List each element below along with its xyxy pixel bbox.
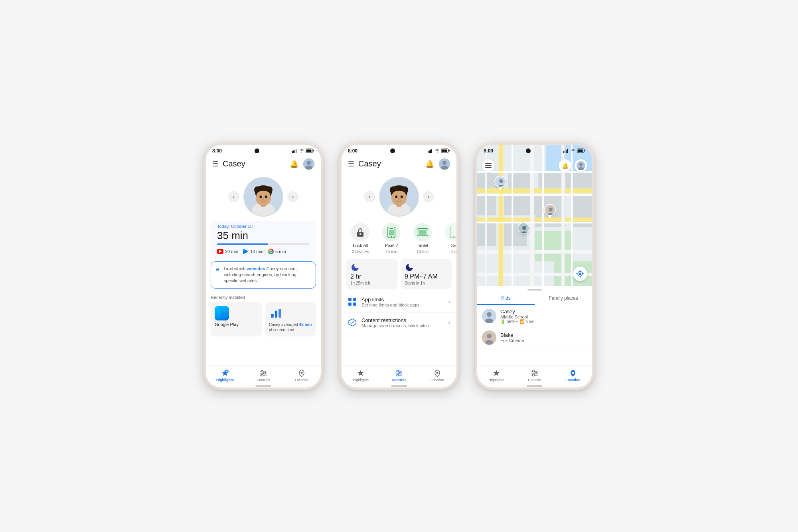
chrome-icon [268, 249, 274, 254]
location-icon-3 [569, 369, 577, 377]
content-restrictions-item[interactable]: Content restrictions Manage search resul… [342, 312, 456, 333]
svg-point-34 [264, 372, 266, 374]
map-pin-1[interactable] [494, 176, 506, 190]
nav-location-1[interactable]: Location [282, 369, 321, 382]
svg-rect-117 [485, 165, 492, 166]
bottom-nav-1: Highlights Controls [206, 366, 321, 384]
website-limit-card[interactable]: Limit which websites Casey can use, incl… [211, 261, 316, 289]
svg-rect-29 [279, 309, 281, 318]
nav-controls-2[interactable]: Controls [380, 369, 418, 382]
menu-icon-2[interactable]: ☰ [348, 160, 354, 168]
nav-controls-label-1: Controls [257, 378, 270, 382]
svg-point-149 [572, 372, 574, 374]
next-arrow-2[interactable]: › [423, 191, 434, 202]
websites-link[interactable]: websites [247, 266, 265, 271]
nav-location-2[interactable]: Location [418, 369, 456, 382]
device-tablet[interactable]: Tablet 10 min [409, 223, 437, 254]
device-se[interactable]: Se 4 d [440, 223, 456, 254]
app-limits-item[interactable]: App limits Set time limits and block app… [342, 292, 456, 312]
bell-icon-2[interactable]: 🔔 [425, 160, 434, 168]
status-icons-2 [428, 148, 450, 153]
svg-point-142 [485, 340, 493, 345]
map-pin-3[interactable] [518, 222, 529, 237]
map-pin-2[interactable] [544, 204, 556, 219]
svg-rect-72 [348, 303, 352, 306]
device-pixel7[interactable]: Pixel 7 25 min [377, 223, 405, 254]
hamburger-icon-3 [485, 163, 492, 168]
svg-point-19 [265, 195, 267, 198]
nav-location-label-3: Location [565, 378, 581, 382]
svg-point-69 [453, 236, 454, 237]
nav-controls-1[interactable]: Controls [244, 369, 282, 382]
svg-rect-0 [292, 151, 293, 153]
google-play-card[interactable]: Google Play [211, 302, 262, 336]
bottom-nav-2: Highlights Controls [342, 366, 456, 384]
status-icons-1 [292, 148, 314, 153]
content-restrictions-text: Content restrictions Manage search resul… [361, 317, 443, 328]
svg-marker-21 [243, 249, 249, 254]
app-limits-text: App limits Set time limits and block app… [361, 297, 443, 307]
screen-time-card[interactable]: 2 hr 1h 25m left [346, 259, 397, 289]
svg-point-18 [259, 195, 262, 198]
tab-kids[interactable]: Kids [477, 292, 535, 305]
casey-avatar [482, 309, 496, 323]
nav-highlights-3[interactable]: Highlights [477, 369, 516, 382]
svg-rect-87 [585, 150, 585, 152]
device-lock-all[interactable]: Lock all 2 devices [346, 223, 374, 254]
svg-point-75 [397, 370, 399, 372]
casey-status: 🔋 56% • 📶 Now [500, 319, 534, 324]
lock-all-name: Lock all [353, 243, 367, 248]
svg-point-148 [533, 374, 535, 376]
content-restrictions-sub: Manage search results, block sites [361, 323, 443, 328]
prev-arrow-1[interactable]: ‹ [228, 191, 239, 202]
svg-rect-66 [419, 230, 427, 235]
svg-rect-68 [450, 227, 456, 238]
svg-point-123 [499, 179, 503, 183]
camera-notch-1 [255, 148, 259, 153]
nav-highlights-1[interactable]: Highlights [206, 369, 244, 382]
screen-time-main: 2 hr [350, 273, 393, 280]
progress-bar-fill [217, 243, 268, 245]
chrome-time: 5 min [275, 249, 286, 254]
progress-bar-bg [217, 243, 310, 245]
bell-icon-1[interactable]: 🔔 [290, 160, 298, 168]
nav-highlights-2[interactable]: Highlights [342, 369, 380, 382]
nav-controls-3[interactable]: Controls [516, 369, 554, 382]
location-button[interactable] [573, 267, 587, 281]
wifi-icon-3 [571, 148, 575, 153]
avatar-2[interactable] [439, 158, 450, 170]
content-restrictions-icon [348, 318, 357, 327]
stats-card[interactable]: Casey averaged 45 min of screen time [265, 302, 316, 336]
svg-rect-84 [567, 149, 568, 153]
svg-point-138 [487, 312, 492, 317]
screen-time-number: 35 min [217, 229, 310, 242]
menu-icon-1[interactable]: ☰ [212, 160, 219, 168]
casey-place: Middle School [500, 314, 534, 319]
stats-icon [269, 306, 283, 320]
pixel7-name: Pixel 7 [385, 243, 398, 248]
highlights-icon-3 [492, 369, 500, 377]
map-menu-btn[interactable] [482, 159, 495, 172]
tab-family-places[interactable]: Family places [535, 292, 592, 305]
nav-highlights-label-1: Highlights [216, 378, 234, 382]
person-blake[interactable]: Blake Fox Cinema [477, 327, 592, 348]
avatar-1[interactable] [303, 158, 314, 170]
nav-location-3[interactable]: Location [554, 369, 592, 382]
map-area[interactable]: 🔔 [477, 145, 592, 286]
bedtime-card[interactable]: 9 PM–7 AM Starts in 1h [401, 259, 452, 289]
prev-arrow-2[interactable]: ‹ [364, 191, 375, 202]
status-bar-3: 8:00 [477, 145, 592, 155]
next-arrow-1[interactable]: › [287, 191, 298, 202]
svg-rect-71 [353, 298, 356, 301]
person-casey[interactable]: Casey Middle School 🔋 56% • 📶 Now [477, 305, 592, 327]
svg-point-37 [301, 372, 303, 374]
location-icon-1 [298, 369, 306, 377]
pin-tail-1 [498, 187, 502, 190]
signal-icon-3 [563, 148, 569, 153]
svg-rect-3 [296, 149, 296, 153]
battery-icon-casey: 🔋 [500, 319, 505, 324]
map-bell-btn[interactable]: 🔔 [559, 159, 571, 172]
map-avatar-btn[interactable] [575, 159, 587, 172]
svg-point-57 [401, 195, 403, 198]
svg-point-8 [307, 161, 311, 165]
